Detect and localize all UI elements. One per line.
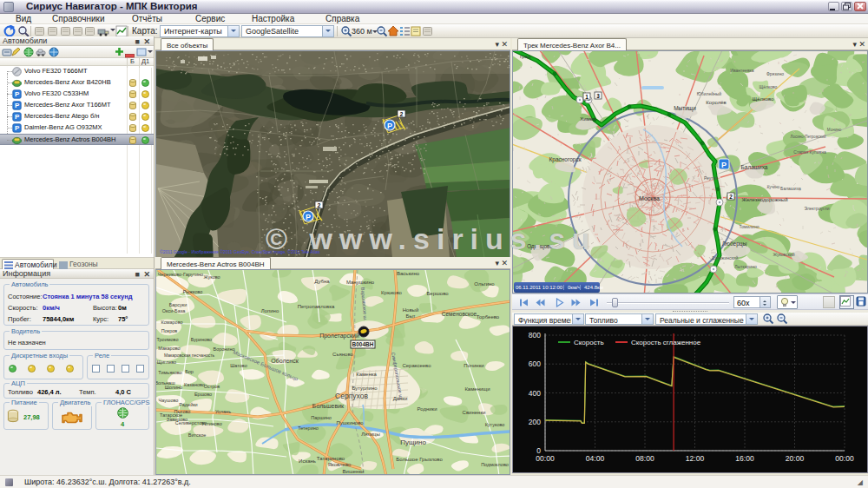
svg-text:Каменка: Каменка (356, 372, 377, 377)
svg-text:Сераксеево: Сераксеево (402, 363, 431, 368)
svg-text:Васькино: Васькино (397, 271, 420, 276)
svg-text:Ивантеевка: Ивантеевка (730, 68, 753, 73)
svg-text:Дзержинский: Дзержинский (712, 255, 739, 260)
svg-text:Королёв: Королёв (706, 100, 726, 105)
svg-text:Семеновское: Семеновское (442, 311, 477, 317)
svg-text:Бершово: Бершово (426, 291, 449, 296)
svg-text:P: P (721, 161, 727, 169)
svg-text:Остров: Остров (204, 384, 220, 389)
svg-text:B004BH: B004BH (352, 341, 374, 347)
svg-text:1: 1 (585, 94, 589, 100)
svg-text:2: 2 (318, 202, 321, 208)
svg-text:04:00: 04:00 (586, 454, 605, 463)
svg-text:Электроугли: Электроугли (804, 206, 829, 211)
svg-text:20:00: 20:00 (786, 454, 805, 463)
svg-text:Пролетарский: Пролетарский (319, 333, 359, 340)
svg-text:Искань: Искань (299, 458, 316, 464)
svg-text:P: P (15, 90, 20, 98)
svg-text:Барсуки: Барсуки (169, 302, 187, 307)
svg-text:Макаровская песчаность: Макаровская песчаность (164, 353, 215, 358)
svg-text:Жуково: Жуково (203, 274, 220, 280)
svg-text:Серпухов: Серпухов (335, 392, 368, 400)
svg-text:Тимьяково: Тимьяково (158, 370, 181, 375)
svg-text:Услань: Услань (215, 409, 231, 414)
svg-text:Кутуково: Кутуково (485, 422, 505, 427)
svg-text:Лосино-Петровский: Лосино-Петровский (791, 134, 826, 139)
svg-text:Ершово: Ершово (194, 392, 212, 397)
svg-text:08:00: 08:00 (635, 454, 654, 463)
svg-text:Пущино: Пущино (400, 439, 426, 446)
svg-text:Макарово: Макарово (158, 346, 180, 351)
svg-text:Черниково-Гарутино: Черниково-Гарутино (158, 272, 203, 277)
svg-text:Шолино: Шолино (165, 385, 182, 390)
svg-text:Скорость: Скорость (574, 339, 604, 346)
svg-text:Устиново: Устиново (201, 421, 221, 426)
svg-text:Скорость сглаженное: Скорость сглаженное (631, 339, 701, 346)
svg-text:Окси-База: Окси-База (162, 308, 187, 313)
svg-text:P: P (15, 124, 20, 132)
svg-text:Паршино: Паршино (311, 415, 332, 420)
svg-text:2: 2 (400, 111, 404, 117)
svg-text:Монино: Монино (827, 128, 842, 132)
svg-text:Крюково: Крюково (381, 290, 402, 295)
svg-text:Сьяново: Сьяново (332, 352, 353, 357)
svg-text:Фрязино: Фрязино (766, 71, 784, 76)
svg-text:Вишенки: Вишенки (343, 469, 365, 474)
svg-text:400: 400 (529, 389, 541, 398)
svg-text:Петропавловка: Петропавловка (298, 304, 335, 309)
svg-text:Подмоклово: Подмоклово (481, 462, 509, 467)
svg-text:Юбилейный: Юбилейный (697, 91, 722, 96)
svg-text:Лопино: Лопино (261, 308, 279, 313)
svg-text:Химки: Химки (580, 116, 595, 122)
svg-text:град: град (520, 54, 531, 59)
svg-text:Бор: Бор (185, 369, 194, 374)
svg-text:Свиненки: Свиненки (463, 410, 486, 415)
svg-text:Красногорск: Красногорск (549, 156, 581, 163)
svg-text:Рыжково: Рыжково (183, 289, 203, 294)
svg-text:Быт: Быт (406, 313, 416, 319)
svg-text:Торбеево: Торбеево (477, 314, 500, 320)
svg-text:Воронино: Воронино (213, 346, 234, 352)
svg-text:Троимово: Троимово (157, 337, 179, 342)
svg-text:Казаново: Казаново (184, 382, 205, 387)
svg-text:00:00: 00:00 (835, 454, 854, 463)
svg-text:Балашиха: Балашиха (780, 186, 801, 191)
svg-text:Томилино: Томилино (740, 224, 760, 229)
svg-text:Ляпицы: Ляпицы (361, 432, 380, 437)
svg-text:Манушкино: Манушкино (346, 280, 375, 285)
svg-text:Мытищи: Мытищи (674, 105, 696, 112)
svg-text:P: P (15, 102, 20, 109)
svg-text:Новый: Новый (403, 307, 419, 313)
svg-text:Железнодорожный: Железнодорожный (741, 197, 787, 202)
svg-text:Большое Грызлово: Большое Грызлово (396, 457, 443, 462)
svg-text:Каменищи: Каменищи (464, 386, 490, 392)
svg-text:Люберцы: Люберцы (722, 241, 747, 247)
svg-text:3: 3 (596, 93, 600, 99)
svg-text:Кучино: Кучино (767, 185, 780, 189)
svg-text:00:00: 00:00 (536, 454, 555, 463)
svg-text:12:00: 12:00 (686, 454, 705, 463)
svg-text:Щиглево: Щиглево (157, 359, 176, 365)
svg-text:Буриново: Буриново (191, 337, 212, 342)
svg-text:Татариново: Татариново (317, 456, 345, 461)
svg-text:200: 200 (529, 418, 541, 426)
svg-text:Большевик: Большевик (312, 403, 345, 409)
svg-text:Данки: Данки (393, 396, 408, 401)
svg-text:Шатово: Шатово (230, 363, 247, 368)
svg-text:Родники: Родники (417, 406, 437, 412)
svg-text:Комарово: Комарово (161, 320, 182, 325)
svg-text:Починки: Починки (464, 363, 483, 368)
svg-text:Щёлково: Щёлково (753, 96, 775, 102)
svg-text:Реутов: Реутов (704, 175, 718, 181)
svg-text:P: P (387, 122, 392, 130)
svg-text:Щёлково: Щёлково (760, 84, 778, 89)
svg-text:Москва: Москва (639, 195, 660, 201)
svg-text:Витское: Витское (188, 432, 207, 438)
svg-text:Пушкиново: Пушкиново (336, 420, 364, 425)
svg-text:Бутурлино: Бутурлино (352, 386, 378, 391)
svg-text:Радейки: Радейки (179, 402, 197, 407)
svg-text:Балашиха: Балашиха (741, 164, 768, 170)
svg-text:Ольгино: Ольгино (474, 281, 495, 287)
svg-text:P: P (306, 213, 311, 221)
svg-text:Яковлево: Яковлево (328, 462, 352, 467)
